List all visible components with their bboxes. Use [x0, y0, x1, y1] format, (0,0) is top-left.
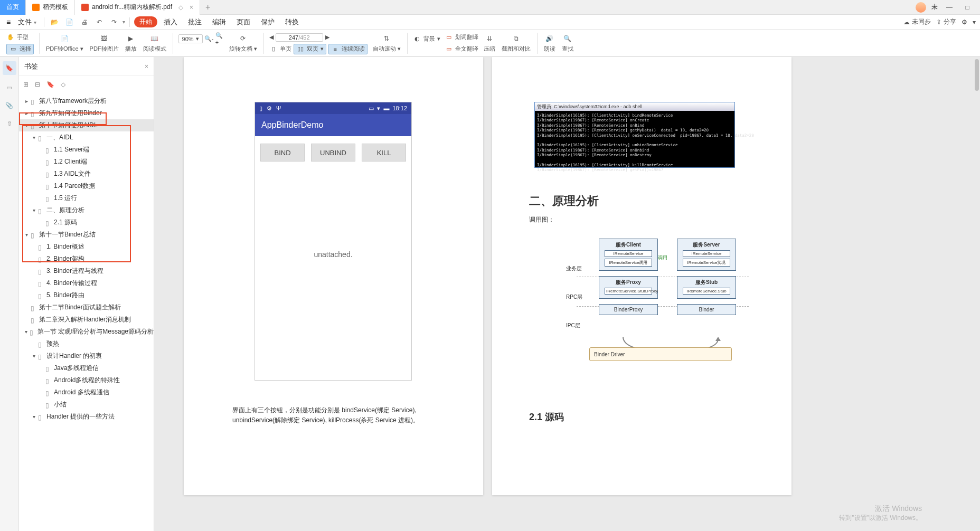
tool-read-aloud[interactable]: 🔊朗读 [541, 33, 559, 53]
menu-start[interactable]: 开始 [134, 16, 157, 27]
page-input[interactable]: 247/452 [276, 33, 323, 42]
bookmark-expand-icon[interactable]: ⊞ [23, 81, 29, 88]
bookmark-collapse-icon[interactable]: ⊟ [35, 81, 40, 88]
avatar[interactable] [916, 2, 926, 13]
bookmark-item[interactable]: ▯1.3 AIDL文件 [19, 168, 154, 180]
tool-select[interactable]: ▭选择 [6, 44, 34, 54]
page-prev-icon[interactable]: ◀ [269, 34, 274, 41]
tool-rotate[interactable]: ⟳旋转文档 ▾ [226, 33, 260, 53]
panel-close-icon[interactable]: × [145, 63, 148, 70]
bookmark-item[interactable]: ▯小结 [19, 399, 154, 411]
menu-insert[interactable]: 插入 [159, 17, 182, 27]
menu-convert[interactable]: 转换 [281, 17, 303, 27]
bookmark-tree[interactable]: ▸▯第八节framework层分析▸▯第九节如何使用Binder▾▯第十节如何使… [19, 93, 154, 531]
tool-pdf-image[interactable]: 🖼PDF转图片 [87, 33, 122, 53]
menu-page[interactable]: 页面 [232, 17, 255, 27]
bookmark-item[interactable]: ▾▯第一节 宏观理论分析与Message源码分析 [19, 326, 154, 338]
bookmark-item[interactable]: ▾▯一、AIDL [19, 131, 154, 144]
bookmark-item[interactable]: ▯第二章深入解析Handler消息机制 [19, 314, 154, 326]
bookmark-add-icon[interactable]: 🔖 [46, 81, 54, 88]
document-viewport[interactable]: ▯ ⚙ Ψ ▭ ▾ ▬ 18:12 AppBinderDemo BIND UNB… [154, 57, 980, 531]
rail-thumbnail-icon[interactable]: ▭ [4, 82, 15, 93]
more-icon[interactable]: ▾ [973, 18, 976, 26]
layer-label-1: 业务层 [566, 265, 582, 272]
bookmark-item[interactable]: ▯Java多线程通信 [19, 362, 154, 374]
new-tab-button[interactable]: + [200, 3, 215, 12]
tool-play[interactable]: ▶播放 [122, 33, 140, 53]
tab-close-icon[interactable]: × [190, 4, 193, 11]
tool-read-mode[interactable]: 📖阅读模式 [140, 33, 169, 53]
page-next-icon[interactable]: ▶ [325, 34, 329, 41]
open-icon[interactable]: 📂 [49, 16, 61, 29]
layout-continuous[interactable]: ≡连续阅读 [328, 44, 368, 54]
bookmark-item[interactable]: ▾▯第十节如何使用AIDL [19, 119, 154, 131]
phone-buttons: BIND UNBIND KILL [255, 136, 411, 169]
tab-pin-icon[interactable]: ◇ [178, 4, 183, 11]
rail-bookmark-icon[interactable]: 🔖 [3, 61, 16, 75]
bookmark-item[interactable]: ▯5. Binder路由 [19, 289, 154, 301]
tab-home[interactable]: 首页 [0, 0, 26, 15]
menu-bar: ≡ 文件 ▾ 📂 📄 🖨 ↶ ↷ ▾ 开始 插入 批注 编辑 页面 保护 转换 … [0, 15, 980, 30]
menu-edit[interactable]: 编辑 [208, 17, 230, 27]
bookmark-item[interactable]: ▯3. Binder进程与线程 [19, 265, 154, 277]
tab-document[interactable]: android fr...精编内核解析.pdf◇× [75, 0, 200, 15]
tool-find[interactable]: 🔍查找 [559, 33, 577, 53]
bookmark-item[interactable]: ▯1. Binder概述 [19, 241, 154, 253]
bookmark-item[interactable]: ▯4. Binder传输过程 [19, 277, 154, 289]
left-rail: 🔖 ▭ 📎 ⇧ [0, 57, 19, 531]
tool-compress[interactable]: ⇊压缩 [480, 33, 498, 53]
bookmark-item[interactable]: ▯预热 [19, 338, 154, 350]
bookmark-item[interactable]: ▸▯第八节framework层分析 [19, 95, 154, 107]
user-area: 未 — □ [916, 2, 980, 13]
menu-protect[interactable]: 保护 [257, 17, 279, 27]
vertical-scrollbar[interactable] [975, 59, 979, 91]
layout-double[interactable]: ▯▯双页 ▾ [294, 44, 326, 54]
layout-single[interactable]: ▯单页 [269, 44, 291, 54]
tool-autoscroll[interactable]: ⇅自动滚动 ▾ [370, 33, 404, 53]
bookmark-outline-icon[interactable]: ◇ [61, 81, 65, 88]
menu-annotate[interactable]: 批注 [184, 17, 206, 27]
tool-full-translate[interactable]: ▭全文翻译 [445, 44, 478, 54]
share-button[interactable]: ⇪ 分享 [936, 17, 956, 26]
redo-icon[interactable]: ↷ [108, 16, 120, 29]
tool-pdf-office[interactable]: 📄PDF转Office ▾ [43, 33, 87, 53]
bookmark-item[interactable]: ▯1.2 Client端 [19, 156, 154, 168]
rail-share-icon[interactable]: ⇧ [4, 118, 15, 129]
bookmark-item[interactable]: ▾▯Handler 提供的一些方法 [19, 411, 154, 423]
tool-crop[interactable]: ⧉截图和对比 [498, 33, 534, 53]
zoom-in-icon[interactable]: 🔍+ [215, 35, 224, 43]
bookmark-item[interactable]: ▯1.4 Parcel数据 [19, 180, 154, 192]
bookmark-item[interactable]: ▸▯第九节如何使用Binder [19, 107, 154, 119]
phone-appbar: AppBinderDemo [255, 114, 411, 136]
window-minimize-icon[interactable]: — [943, 4, 956, 11]
tool-hand[interactable]: ✋手型 [6, 32, 34, 43]
bookmark-item[interactable]: ▯1.5 运行 [19, 192, 154, 204]
diagram-driver-box: Binder Driver [589, 347, 732, 361]
pdf-page-left: ▯ ⚙ Ψ ▭ ▾ ▬ 18:12 AppBinderDemo BIND UNB… [184, 57, 483, 495]
windows-watermark: 激活 Windows 转到"设置"以激活 Windows。 [839, 504, 922, 523]
save-icon[interactable]: 📄 [63, 16, 76, 29]
bookmark-item[interactable]: ▾▯二、原理分析 [19, 204, 154, 216]
tab-template[interactable]: 稻壳模板 [26, 0, 75, 15]
window-maximize-icon[interactable]: □ [961, 4, 974, 11]
undo-icon[interactable]: ↶ [93, 16, 106, 29]
sync-status[interactable]: ☁ 未同步 [903, 17, 931, 26]
bookmark-item[interactable]: ▯第十二节Binder面试题全解析 [19, 301, 154, 314]
bookmark-item[interactable]: ▾▯第十一节Binder总结 [19, 229, 154, 241]
bookmark-item[interactable]: ▾▯设计Handler 的初衷 [19, 350, 154, 362]
print-icon[interactable]: 🖨 [78, 16, 91, 29]
tool-bg[interactable]: ◐背景 ▾ [413, 34, 440, 44]
bookmark-item[interactable]: ▯1.1 Server端 [19, 144, 154, 156]
settings-icon[interactable]: ⚙ [962, 18, 967, 26]
rail-attachment-icon[interactable]: 📎 [4, 100, 15, 111]
zoom-select[interactable]: 90% ▾ [178, 34, 203, 43]
bookmark-item[interactable]: ▯2.1 源码 [19, 216, 154, 229]
pdf-page-right: 管理员: C:\windows\system32\cmd.exe - adb s… [492, 57, 791, 495]
bookmark-item[interactable]: ▯2. Binder架构 [19, 253, 154, 265]
menu-file[interactable]: 文件 ▾ [15, 17, 40, 27]
zoom-out-icon[interactable]: 🔍- [205, 35, 213, 43]
bookmark-item[interactable]: ▯Android 多线程通信 [19, 386, 154, 399]
bookmark-item[interactable]: ▯Android多线程的特殊性 [19, 374, 154, 386]
hamburger-icon[interactable]: ≡ [4, 18, 13, 26]
tool-word-translate[interactable]: ▭划词翻译 [445, 32, 478, 43]
